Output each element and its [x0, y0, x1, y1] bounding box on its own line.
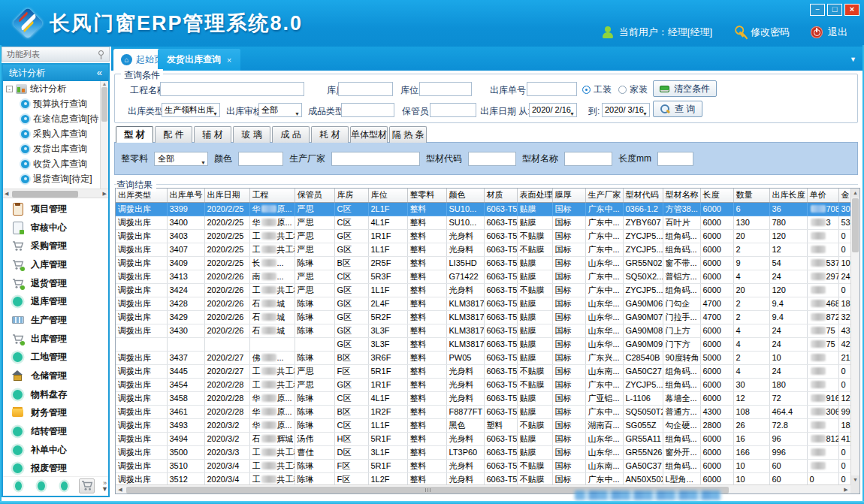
column-header-整零料[interactable]: 整零料: [407, 189, 446, 202]
tab-shipment-query[interactable]: 发货出库查询 ×: [158, 49, 240, 71]
table-row[interactable]: 调拨出库34132020/2/26南...严思C区5R3F整料G71422606…: [116, 270, 850, 283]
table-vertical-scrollbar[interactable]: ▲▼: [850, 189, 859, 484]
table-row[interactable]: G区3L3F整料KLM38176063-T5贴膜国标山东华...GA90M09.…: [116, 337, 850, 351]
table-row[interactable]: 调拨出库34612020/2/28华原...陈琳B区1R2F整料F8877FT6…: [116, 405, 850, 418]
sidebar-item-入库管理[interactable]: 入库管理: [3, 255, 108, 274]
tree-item-在途信息查询[待[interactable]: 在途信息查询[待: [3, 111, 108, 126]
table-row[interactable]: 调拨出库34292020/2/26石城陈琳G区5R2F整料KLM38176063…: [116, 310, 850, 324]
quick-dot-icon[interactable]: [15, 481, 22, 490]
sidebar-item-工地管理[interactable]: 工地管理: [3, 348, 108, 367]
sidebar-item-采购管理[interactable]: 采购管理: [3, 237, 108, 255]
column-header-生产厂家[interactable]: 生产厂家: [585, 189, 623, 202]
tree-item-发货出库查询[interactable]: 发货出库查询: [3, 141, 108, 156]
column-header-长度[interactable]: 长度: [700, 189, 733, 202]
sidebar-item-结转管理[interactable]: 结转管理: [3, 422, 108, 441]
table-row[interactable]: 调拨出库34242020/2/26工共工程严思G区1L1F整料光身料6063-T…: [116, 283, 850, 297]
table-row[interactable]: 调拨出库34282020/2/26石城陈琳G区2L4F整料KLM38176063…: [116, 297, 850, 310]
sidebar-item-补单中心[interactable]: 补单中心: [3, 441, 108, 460]
material-tab-隔热条[interactable]: 隔 热 条: [389, 126, 427, 143]
outbound-type-select[interactable]: 生产领料出库▼: [162, 103, 220, 117]
sidebar-item-报废管理[interactable]: 报废管理: [3, 459, 108, 478]
column-header-膜厚[interactable]: 膜厚: [552, 189, 585, 202]
sidebar-item-项目管理[interactable]: 项目管理: [3, 200, 108, 219]
column-header-库房[interactable]: 库房: [334, 189, 368, 202]
length-input[interactable]: [657, 152, 693, 166]
column-header-出库日期[interactable]: 出库日期: [204, 189, 249, 202]
table-row[interactable]: 调拨出库34092020/2/25长...陈琳B区2R5F整料LI35HD606…: [116, 256, 850, 270]
table-row[interactable]: 调拨出库34582020/2/28华原...陈琳C区4L1F整料光身料6063-…: [116, 391, 850, 405]
tree-item-预算执行查询[interactable]: 预算执行查询: [3, 96, 108, 111]
tree-root[interactable]: - 统计分析: [3, 81, 108, 96]
close-button[interactable]: ×: [844, 4, 859, 16]
tab-close-icon[interactable]: ×: [227, 56, 231, 65]
column-header-表面处理[interactable]: 表面处理: [517, 189, 552, 202]
search-button[interactable]: 查 询: [653, 101, 702, 117]
table-row[interactable]: 调拨出库34302020/2/26石城陈琳G区3L3F整料KLM38176063…: [116, 324, 850, 337]
whole-piece-select[interactable]: 全部▼: [154, 152, 208, 166]
column-header-数量[interactable]: 数量: [733, 189, 769, 202]
sidebar-item-仓储管理[interactable]: 仓储管理: [3, 367, 108, 385]
pin-icon[interactable]: [98, 50, 104, 56]
change-password-link[interactable]: 修改密码: [751, 26, 790, 39]
maximize-button[interactable]: □: [827, 4, 842, 16]
keeper-input[interactable]: [430, 103, 476, 117]
material-tab-耗材[interactable]: 耗 材: [311, 126, 349, 143]
tab-overflow-icon[interactable]: ▼: [850, 56, 856, 63]
column-header-库位[interactable]: 库位: [368, 189, 407, 202]
warehouse-input[interactable]: [338, 82, 393, 96]
profile-name-input[interactable]: [564, 152, 612, 166]
quick-dot-icon[interactable]: [38, 481, 44, 490]
sidebar-item-退库管理[interactable]: 退库管理: [3, 292, 108, 311]
table-row[interactable]: 调拨出库34072020/2/25工共工程严思G区1L1F整料光身料6063-T…: [116, 243, 850, 256]
table-row[interactable]: 调拨出库34372020/2/27佛...陈琳B区3R6F整料PW056063-…: [116, 351, 850, 364]
tree-item-收货入库查询[interactable]: 收货入库查询: [3, 156, 108, 171]
column-header-单价[interactable]: 单价: [807, 189, 838, 202]
table-row[interactable]: 调拨出库35002020/3/3工共工程曹佳D区3L1F整料LT3P606063…: [116, 445, 850, 459]
product-type-input[interactable]: [341, 103, 394, 117]
manufacturer-input[interactable]: [331, 152, 420, 166]
date-from-select[interactable]: 2020/ 2/16▼: [529, 103, 577, 117]
column-header-型材代码[interactable]: 型材代码: [623, 189, 663, 202]
location-input[interactable]: [419, 82, 472, 96]
tree-vertical-scrollbar[interactable]: ▲: [100, 81, 108, 189]
table-row[interactable]: 调拨出库35122020/3/4工共工程陈琳F区1L2F整料光身料6063-T5…: [116, 472, 850, 484]
stats-group-header[interactable]: 统计分析 «: [3, 65, 108, 81]
column-header-型材名称[interactable]: 型材名称: [663, 189, 700, 202]
column-header-保管员[interactable]: 保管员: [295, 189, 334, 202]
radio-gongzhuang[interactable]: 工装: [582, 83, 612, 96]
order-no-input[interactable]: [527, 82, 577, 96]
quick-dot-icon[interactable]: [61, 481, 68, 490]
sidebar-item-财务管理[interactable]: 财务管理: [3, 403, 108, 422]
project-name-input[interactable]: [160, 82, 304, 96]
minimize-button[interactable]: －: [810, 4, 825, 16]
radio-jiazhuang[interactable]: 家装: [618, 83, 648, 96]
overflow-chevron[interactable]: » ▼: [101, 480, 108, 492]
tree-item-采购入库查询[interactable]: 采购入库查询: [3, 126, 108, 141]
table-row[interactable]: 调拨出库34932020/3/2华原...陈琳C区1L1F整料黑色塑料不贴膜国标…: [116, 418, 850, 432]
tree-item-退货查询[待定][interactable]: 退货查询[待定]: [3, 171, 108, 186]
column-header-出库单号[interactable]: 出库单号: [167, 189, 204, 202]
table-row[interactable]: 调拨出库34032020/2/25工共工程严思G区1R1F整料光身料6063-T…: [116, 229, 850, 243]
table-row[interactable]: 调拨出库34452020/2/27工共工程严思F区5R1F整料光身料6063-T…: [116, 364, 850, 378]
profile-code-input[interactable]: [468, 152, 516, 166]
column-header-材质[interactable]: 材质: [484, 189, 517, 202]
column-header-金[interactable]: 金: [838, 189, 850, 202]
table-row[interactable]: 调拨出库35102020/3/4工共工程陈琳F区5R1F整料光身料6063-T5…: [116, 459, 850, 472]
material-tab-型材[interactable]: 型 材: [116, 126, 153, 143]
column-header-颜色[interactable]: 颜色: [446, 189, 484, 202]
cart-quick-button[interactable]: [79, 478, 95, 493]
clear-conditions-button[interactable]: 清空条件: [653, 80, 717, 97]
table-row[interactable]: 调拨出库34942020/3/2石辉城汤伟H区5R1F整料光身料6063-T5贴…: [116, 432, 850, 445]
table-row[interactable]: 调拨出库33992020/2/25华原...严思C区2L1F整料SU10...6…: [116, 202, 850, 216]
sidebar-item-退货管理[interactable]: 退货管理: [3, 274, 108, 293]
logout-link[interactable]: 退出: [828, 26, 847, 39]
sidebar-item-出库管理[interactable]: 出库管理: [3, 330, 108, 349]
tree-horizontal-scrollbar[interactable]: ◀▶: [3, 189, 108, 198]
color-input[interactable]: [238, 152, 283, 166]
column-header-工程[interactable]: 工程: [249, 189, 295, 202]
material-tab-成品[interactable]: 成 品: [272, 126, 310, 143]
material-tab-单体型材[interactable]: 单体型材: [350, 126, 388, 143]
table-row[interactable]: 调拨出库34542020/2/28工共工程严思G区1R1F整料光身料6063-T…: [116, 378, 850, 391]
collapse-icon[interactable]: «: [97, 65, 102, 81]
material-tab-玻璃[interactable]: 玻 璃: [233, 126, 270, 143]
